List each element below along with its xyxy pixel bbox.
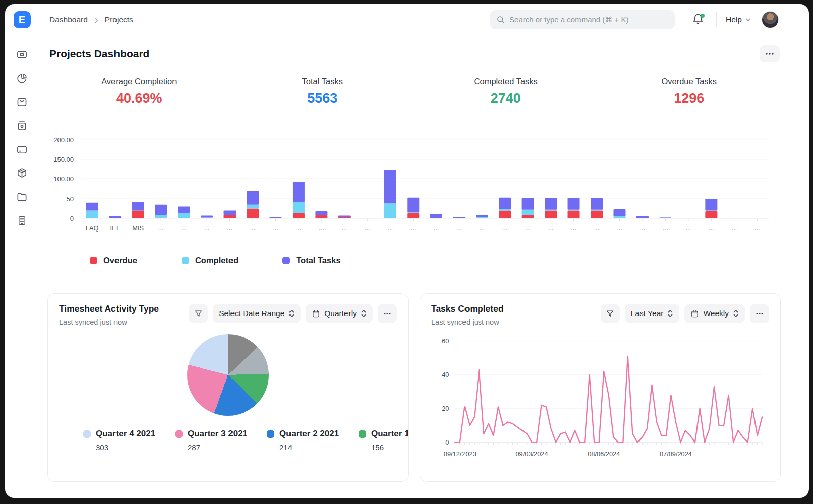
svg-text:50: 50 xyxy=(67,195,74,203)
legend-chip xyxy=(182,257,189,264)
svg-text:08/06/2024: 08/06/2024 xyxy=(588,450,620,458)
legend-label: Total Tasks xyxy=(296,256,340,265)
card-sync-status: Last synced just now xyxy=(59,318,159,326)
legend-item-total-tasks: Total Tasks xyxy=(282,256,340,265)
svg-text:...: ... xyxy=(754,224,760,232)
card-more-options-button[interactable] xyxy=(750,304,769,323)
svg-text:...: ... xyxy=(502,224,508,232)
svg-text:0: 0 xyxy=(70,215,74,222)
page-more-options-button[interactable] xyxy=(760,45,780,62)
svg-text:...: ... xyxy=(204,224,210,232)
svg-text:20: 20 xyxy=(442,405,449,412)
help-menu[interactable]: Help xyxy=(726,15,751,24)
card-controls: Last Year Weekly xyxy=(601,304,769,323)
title-row: Projects Dashboard xyxy=(39,35,809,66)
sidebar-item-archive[interactable] xyxy=(13,119,31,134)
stat-value: 40.69% xyxy=(47,91,231,106)
svg-text:100.00: 100.00 xyxy=(53,175,74,183)
cards-row: Timesheet Activity Type Last synced just… xyxy=(47,293,781,482)
date-range-select[interactable]: Last Year xyxy=(625,304,680,323)
svg-text:MIS: MIS xyxy=(132,224,144,232)
legend-label: Quarter 4 2021 xyxy=(96,429,155,439)
bar-chart-canvas: 200.00150.00100.00500FAQIFFMIS..........… xyxy=(47,138,784,247)
notification-dot xyxy=(701,14,705,18)
avatar[interactable] xyxy=(762,11,779,28)
svg-text:...: ... xyxy=(250,224,256,232)
ellipsis-icon xyxy=(765,52,774,55)
svg-text:200.00: 200.00 xyxy=(53,138,74,144)
legend-value: 287 xyxy=(188,443,256,452)
svg-text:...: ... xyxy=(686,224,691,232)
ellipsis-icon xyxy=(383,312,391,315)
card-header: Tasks Completed Last synced just now Las… xyxy=(431,304,769,326)
legend-label: Completed xyxy=(195,256,238,265)
sidebar-item-files[interactable] xyxy=(13,191,31,205)
svg-text:...: ... xyxy=(158,224,164,232)
granularity-label: Quarterly xyxy=(324,309,357,318)
stat-value: 5563 xyxy=(231,91,415,106)
pie-legend-item-q3: Quarter 3 2021 287 xyxy=(175,429,256,452)
sidebar-item-billing[interactable] xyxy=(13,143,31,157)
calendar-icon xyxy=(690,309,699,318)
svg-text:...: ... xyxy=(731,224,737,232)
svg-text:...: ... xyxy=(433,224,439,232)
breadcrumb-projects[interactable]: Projects xyxy=(105,15,133,24)
stats-row: Average Completion 40.69% Total Tasks 55… xyxy=(47,77,781,106)
granularity-select[interactable]: Quarterly xyxy=(306,304,373,323)
page-title: Projects Dashboard xyxy=(49,48,149,60)
card-sync-status: Last synced just now xyxy=(431,318,504,326)
legend-label: Quarter 1 2021 xyxy=(371,429,409,439)
pie-chart-icon xyxy=(16,73,28,86)
sidebar-item-packages[interactable] xyxy=(13,167,31,181)
up-down-chevrons-icon xyxy=(733,309,739,318)
bell-icon xyxy=(692,18,704,27)
up-down-chevrons-icon xyxy=(361,309,367,318)
svg-text:40: 40 xyxy=(442,371,449,379)
app-logo[interactable]: E xyxy=(14,11,31,28)
stat-total-tasks: Total Tasks 5563 xyxy=(231,77,415,106)
timesheet-pie-chart xyxy=(187,334,269,416)
sidebar-item-money[interactable] xyxy=(13,48,31,62)
svg-text:...: ... xyxy=(709,224,714,232)
credit-card-icon xyxy=(16,144,28,157)
svg-text:...: ... xyxy=(365,224,370,232)
search-input[interactable] xyxy=(509,15,669,24)
granularity-label: Weekly xyxy=(703,309,729,318)
pie-legend-item-q4: Quarter 4 2021 303 xyxy=(83,429,164,452)
legend-value: 156 xyxy=(371,443,409,452)
main-area: Dashboard Projects Help xyxy=(39,4,809,498)
svg-text:150.00: 150.00 xyxy=(53,156,74,163)
filter-button[interactable] xyxy=(601,304,620,323)
card-title: Timesheet Activity Type xyxy=(59,304,159,314)
svg-text:...: ... xyxy=(319,224,324,232)
card-title: Tasks Completed xyxy=(431,304,504,314)
svg-text:09/03/2024: 09/03/2024 xyxy=(515,450,548,458)
sidebar-item-organization[interactable] xyxy=(13,214,31,228)
money-icon xyxy=(16,49,28,62)
svg-text:...: ... xyxy=(342,224,347,232)
svg-text:...: ... xyxy=(571,224,576,232)
help-label: Help xyxy=(726,15,742,24)
svg-text:...: ... xyxy=(479,224,485,232)
date-range-label: Select Date Range xyxy=(219,309,284,318)
tasks-completed-card: Tasks Completed Last synced just now Las… xyxy=(420,293,781,482)
sidebar-item-reports[interactable] xyxy=(13,72,31,86)
date-range-label: Last Year xyxy=(631,309,664,318)
svg-text:09/12/2023: 09/12/2023 xyxy=(444,450,476,458)
pie-legend-item-q1: Quarter 1 2021 156 xyxy=(359,429,409,452)
notifications-button[interactable] xyxy=(692,13,705,26)
search-box[interactable] xyxy=(490,10,675,29)
svg-text:...: ... xyxy=(387,224,393,232)
date-range-select[interactable]: Select Date Range xyxy=(213,304,301,323)
sidebar-item-store[interactable] xyxy=(13,96,31,110)
legend-label: Overdue xyxy=(103,256,137,265)
granularity-select[interactable]: Weekly xyxy=(684,304,745,323)
card-header: Timesheet Activity Type Last synced just… xyxy=(59,304,397,326)
svg-text:07/09/2024: 07/09/2024 xyxy=(660,450,692,458)
breadcrumb-dashboard[interactable]: Dashboard xyxy=(49,15,88,24)
filter-icon xyxy=(606,309,614,318)
filter-button[interactable] xyxy=(189,304,208,323)
card-more-options-button[interactable] xyxy=(378,304,397,323)
topbar: Dashboard Projects Help xyxy=(39,4,809,35)
svg-text:...: ... xyxy=(594,224,600,232)
